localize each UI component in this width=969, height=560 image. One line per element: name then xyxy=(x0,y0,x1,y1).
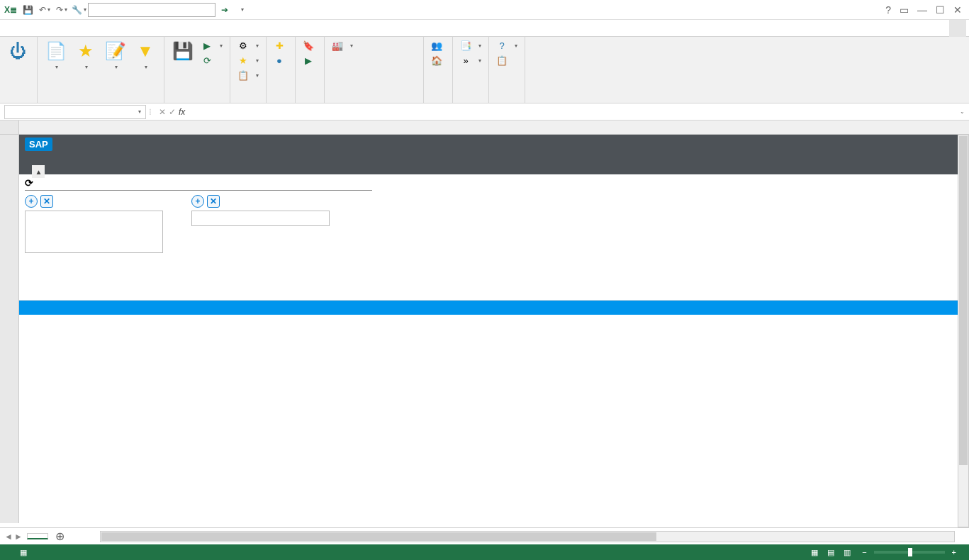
template-icon: 📑 xyxy=(460,40,471,51)
advanced-icon: » xyxy=(460,55,471,66)
simulate-button[interactable]: ▶▾ xyxy=(198,38,225,52)
new-view-button[interactable]: 📄▾ xyxy=(42,38,70,72)
favorites-master-button[interactable]: ★▾ xyxy=(235,53,262,67)
page-layout-icon[interactable]: ▤ xyxy=(823,546,839,559)
filter-input[interactable] xyxy=(191,211,330,226)
power-icon: ⏻ xyxy=(7,40,30,62)
column-headers xyxy=(0,121,969,135)
manage-icon: 🔖 xyxy=(303,40,314,51)
status-button[interactable]: ▶ xyxy=(300,53,320,67)
edit-icon: 📝 xyxy=(104,40,127,62)
create-icon: ✚ xyxy=(274,40,285,51)
formula-bar: ▾ ⁞ ✕ ✓ fx ⌄ xyxy=(0,103,969,121)
chart-controls: ⟳ + ✕ + ✕ xyxy=(19,174,378,300)
ribbon-options-icon[interactable]: ▭ xyxy=(900,4,909,16)
zoom-slider[interactable] xyxy=(874,551,945,554)
horizontal-scrollbar[interactable] xyxy=(100,531,955,542)
col-location[interactable] xyxy=(138,301,195,315)
home-button[interactable]: 🏠 xyxy=(428,53,448,67)
refresh-icon: ⟳ xyxy=(201,55,213,66)
formula-input[interactable] xyxy=(192,105,956,119)
maximize-icon[interactable]: ☐ xyxy=(936,4,945,16)
people-icon: 👥 xyxy=(431,40,442,51)
table-header xyxy=(19,301,969,315)
add-series-icon[interactable]: + xyxy=(25,195,38,208)
schedule-button[interactable] xyxy=(300,68,320,71)
redo-icon[interactable]: ↷▾ xyxy=(54,2,69,18)
expand-formula-icon[interactable]: ⌄ xyxy=(960,108,965,115)
series-list[interactable] xyxy=(25,211,163,253)
advanced-button[interactable]: »▾ xyxy=(457,53,484,67)
zoom-in-icon[interactable]: + xyxy=(952,548,956,556)
templates-button[interactable]: 📑▾ xyxy=(457,38,484,52)
go-icon[interactable]: ➔ xyxy=(217,2,233,18)
group-label xyxy=(457,100,484,101)
sap-logo: SAP xyxy=(25,138,52,151)
manage-master-button[interactable]: ⚙▾ xyxy=(235,38,262,52)
col-resource[interactable] xyxy=(195,301,291,315)
refresh-button[interactable]: ⟳ xyxy=(198,53,225,67)
help-icon[interactable]: ? xyxy=(885,4,891,16)
close-icon[interactable]: ✕ xyxy=(953,4,962,16)
minimize-icon[interactable]: — xyxy=(917,4,927,16)
manage-icon: ● xyxy=(274,55,285,66)
page-break-icon[interactable]: ▥ xyxy=(839,546,855,559)
help-icon: ? xyxy=(496,40,508,51)
qat-dropdown-icon[interactable]: ▾ xyxy=(234,2,250,18)
collaboration-button[interactable]: 👥 xyxy=(428,38,448,52)
add-filter-icon[interactable]: + xyxy=(191,195,204,208)
save-icon[interactable]: 💾 xyxy=(20,2,35,18)
supply-planning-button[interactable]: 🏭▾ xyxy=(329,38,356,52)
remove-filter-icon[interactable]: ✕ xyxy=(207,195,220,208)
remove-series-icon[interactable]: ✕ xyxy=(40,195,53,208)
status-icon: ▶ xyxy=(303,55,314,66)
ribbon-tabs xyxy=(0,20,969,37)
sheet-tab[interactable] xyxy=(27,533,48,539)
chart-refresh-icon[interactable]: ⟳ xyxy=(25,177,33,189)
group-label xyxy=(271,100,291,101)
name-box[interactable]: ▾ xyxy=(4,105,146,119)
group-label xyxy=(4,100,33,101)
fx-icon[interactable]: fx xyxy=(179,107,185,117)
add-sheet-icon[interactable]: ⊕ xyxy=(48,530,72,543)
group-label xyxy=(493,100,520,101)
sheet-next-icon[interactable]: ► xyxy=(14,532,23,542)
normal-view-icon[interactable]: ▦ xyxy=(807,546,822,559)
save-data-button[interactable]: 💾 xyxy=(169,38,197,65)
new-view-icon: 📄 xyxy=(45,40,67,62)
create-scenario-button[interactable]: ✚ xyxy=(271,38,291,52)
group-label xyxy=(42,100,159,101)
sheet-prev-icon[interactable]: ◄ xyxy=(4,532,13,542)
enter-icon[interactable]: ✓ xyxy=(169,107,176,117)
row-headers xyxy=(0,135,19,523)
new-planning-object-button[interactable]: 📋▾ xyxy=(235,68,262,82)
edit-view-button[interactable]: 📝▾ xyxy=(101,38,130,72)
undo-icon[interactable]: ↶▾ xyxy=(37,2,52,18)
ribbon: ⏻ 📄▾ ★▾ 📝▾ ▼▾ 💾 ▶▾ ⟳ ⚙▾ ★▾ xyxy=(0,37,969,103)
message-history-button[interactable]: 📋 xyxy=(493,53,520,67)
home-icon: 🏠 xyxy=(431,55,442,66)
logoff-button[interactable]: ⏻ xyxy=(4,38,33,65)
path-input[interactable] xyxy=(88,3,215,17)
manage-scenario-button[interactable]: ● xyxy=(271,53,291,67)
quick-access-toolbar: X≣ 💾 ↶▾ ↷▾ 🔧▾ ➔ ▾ xyxy=(0,2,252,18)
macro-icon[interactable]: ▦ xyxy=(20,548,27,557)
excel-icon[interactable]: X≣ xyxy=(3,2,18,18)
col-keyfigure[interactable] xyxy=(291,301,372,315)
ibp-header: SAP ▲ | xyxy=(19,135,969,174)
zoom-out-icon[interactable]: − xyxy=(862,548,866,556)
favorites-button[interactable]: ★▾ xyxy=(72,38,100,72)
message-icon: 📋 xyxy=(496,55,508,66)
group-label xyxy=(169,100,225,101)
user-avatar-icon[interactable] xyxy=(949,20,966,37)
manage-versions-button[interactable]: 🔖 xyxy=(300,38,320,52)
grid-content: SAP ▲ | ⟳ xyxy=(19,135,969,523)
customize-icon[interactable]: 🔧▾ xyxy=(71,2,86,18)
help-button[interactable]: ?▾ xyxy=(493,38,520,52)
adhoc-filter-button[interactable]: ▼▾ xyxy=(131,38,159,72)
vertical-scrollbar[interactable] xyxy=(958,135,969,527)
play-icon: ▶ xyxy=(201,40,213,51)
cancel-icon[interactable]: ✕ xyxy=(159,107,166,117)
sheet-bar: ◄ ► ⊕ xyxy=(0,527,969,544)
select-all[interactable] xyxy=(0,121,19,134)
